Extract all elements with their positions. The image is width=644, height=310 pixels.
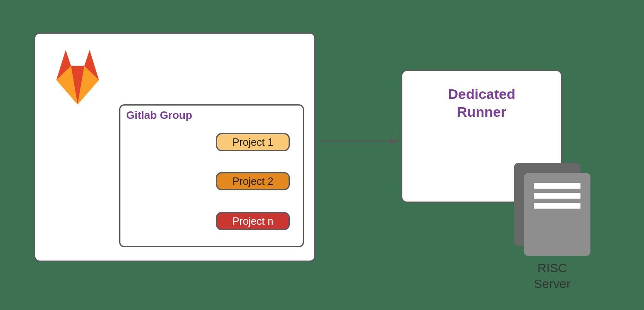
- runner-title-line1: Dedicated: [448, 86, 516, 102]
- project-1-label: Project 1: [233, 136, 274, 148]
- project-n-chip: Project n: [216, 212, 290, 230]
- gitlab-group-title: Gitlab Group: [126, 109, 192, 122]
- svg-rect-14: [534, 203, 580, 209]
- project-2-label: Project 2: [233, 175, 274, 187]
- project-2-chip: Project 2: [216, 172, 290, 190]
- runner-title-line2: Runner: [457, 104, 507, 120]
- svg-rect-12: [534, 183, 580, 189]
- svg-marker-9: [390, 138, 399, 145]
- gitlab-group-box: Gitlab Group Project 1 Project 2 Project…: [119, 104, 304, 247]
- server-label-line2: Server: [534, 277, 571, 290]
- server-icon: [514, 163, 590, 258]
- arrow-icon: [317, 133, 399, 150]
- server-label-line1: RISC: [537, 261, 567, 275]
- project-n-label: Project n: [233, 215, 274, 227]
- server-label: RISC Server: [514, 260, 590, 291]
- dedicated-runner-title: Dedicated Runner: [402, 85, 561, 121]
- svg-rect-13: [534, 193, 580, 199]
- gitlab-logo-icon: [44, 43, 111, 105]
- project-1-chip: Project 1: [216, 133, 290, 151]
- gitlab-container: Gitlab Group Project 1 Project 2 Project…: [34, 32, 316, 262]
